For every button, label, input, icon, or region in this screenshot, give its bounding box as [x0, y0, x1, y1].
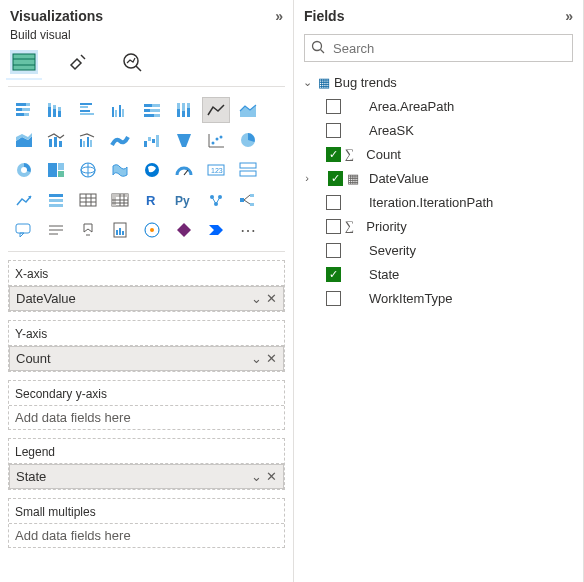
qa-visual-icon[interactable] — [10, 217, 38, 243]
svg-line-93 — [212, 197, 216, 204]
kpi-icon[interactable] — [10, 187, 38, 213]
goals-icon[interactable] — [74, 217, 102, 243]
y-axis-well[interactable]: Y-axis Count ⌄✕ — [8, 320, 285, 372]
field-area-areapath[interactable]: Area.AreaPath — [300, 94, 577, 118]
arcgis-map-icon[interactable] — [138, 217, 166, 243]
svg-marker-112 — [177, 223, 191, 237]
field-iteration-iterationpath[interactable]: Iteration.IterationPath — [300, 190, 577, 214]
multi-row-card-icon[interactable] — [234, 157, 262, 183]
more-visuals-icon[interactable]: ⋯ — [234, 217, 262, 243]
remove-field-icon[interactable]: ✕ — [266, 291, 277, 306]
x-axis-well[interactable]: X-axis DateValue ⌄✕ — [8, 260, 285, 312]
clustered-bar-chart-icon[interactable] — [74, 97, 102, 123]
python-visual-icon[interactable]: Py — [170, 187, 198, 213]
format-visual-tab[interactable] — [64, 50, 92, 74]
svg-line-94 — [216, 197, 220, 204]
checkbox-icon[interactable] — [326, 99, 341, 114]
map-icon[interactable] — [74, 157, 102, 183]
stacked-column-chart-icon[interactable] — [42, 97, 70, 123]
line-stacked-column-chart-icon[interactable] — [42, 127, 70, 153]
field-workitemtype[interactable]: WorkItemType — [300, 286, 577, 310]
chevron-down-icon[interactable]: ⌄ — [251, 291, 262, 306]
checkbox-checked-icon[interactable]: ✓ — [326, 147, 341, 162]
matrix-icon[interactable] — [106, 187, 134, 213]
power-apps-icon[interactable] — [170, 217, 198, 243]
stacked-area-chart-icon[interactable] — [10, 127, 38, 153]
scatter-chart-icon[interactable] — [202, 127, 230, 153]
svg-rect-0 — [13, 54, 35, 70]
hundred-stacked-bar-chart-icon[interactable] — [138, 97, 166, 123]
field-severity[interactable]: Severity — [300, 238, 577, 262]
checkbox-checked-icon[interactable]: ✓ — [326, 267, 341, 282]
legend-well[interactable]: Legend State ⌄✕ — [8, 438, 285, 490]
chevron-down-icon[interactable]: ⌄ — [251, 351, 262, 366]
checkbox-icon[interactable] — [326, 243, 341, 258]
gauge-chart-icon[interactable] — [170, 157, 198, 183]
chevron-down-icon[interactable]: ⌄ — [300, 76, 314, 89]
field-areask[interactable]: AreaSK — [300, 118, 577, 142]
svg-rect-19 — [80, 110, 90, 112]
checkbox-icon[interactable] — [326, 219, 341, 234]
checkbox-icon[interactable] — [326, 123, 341, 138]
funnel-chart-icon[interactable] — [170, 127, 198, 153]
area-chart-icon[interactable] — [234, 97, 262, 123]
search-input[interactable] — [331, 40, 566, 57]
waterfall-chart-icon[interactable] — [138, 127, 166, 153]
chevron-right-icon[interactable]: › — [300, 172, 314, 184]
remove-field-icon[interactable]: ✕ — [266, 469, 277, 484]
field-label: DateValue — [369, 171, 429, 186]
secondary-y-axis-placeholder[interactable]: Add data fields here — [9, 406, 284, 429]
field-label: WorkItemType — [369, 291, 453, 306]
field-priority[interactable]: ∑ Priority — [300, 214, 577, 238]
smart-narrative-icon[interactable] — [42, 217, 70, 243]
table-icon[interactable] — [74, 187, 102, 213]
pie-chart-icon[interactable] — [234, 127, 262, 153]
checkbox-icon[interactable] — [326, 195, 341, 210]
y-axis-value[interactable]: Count — [16, 351, 251, 366]
svg-rect-28 — [150, 109, 160, 112]
secondary-y-axis-label: Secondary y-axis — [9, 381, 284, 406]
svg-rect-75 — [49, 204, 63, 207]
filled-map-icon[interactable] — [106, 157, 134, 183]
slicer-icon[interactable] — [42, 187, 70, 213]
svg-rect-76 — [80, 194, 96, 206]
small-multiples-well[interactable]: Small multiples Add data fields here — [8, 498, 285, 548]
line-chart-icon[interactable] — [202, 97, 230, 123]
legend-value[interactable]: State — [16, 469, 251, 484]
field-count[interactable]: ✓ ∑ Count — [300, 142, 577, 166]
line-clustered-column-chart-icon[interactable] — [74, 127, 102, 153]
r-visual-icon[interactable]: R — [138, 187, 166, 213]
chevron-down-icon[interactable]: ⌄ — [251, 469, 262, 484]
card-icon[interactable]: 123 — [202, 157, 230, 183]
paginated-report-icon[interactable] — [106, 217, 134, 243]
build-visual-tab[interactable] — [10, 50, 38, 74]
treemap-chart-icon[interactable] — [42, 157, 70, 183]
sigma-icon: ∑ — [345, 218, 354, 234]
clustered-column-chart-icon[interactable] — [106, 97, 134, 123]
x-axis-value[interactable]: DateValue — [16, 291, 251, 306]
remove-field-icon[interactable]: ✕ — [266, 351, 277, 366]
collapse-fields-icon[interactable]: » — [565, 8, 573, 24]
svg-rect-44 — [83, 141, 85, 147]
hundred-stacked-column-chart-icon[interactable] — [170, 97, 198, 123]
donut-chart-icon[interactable] — [10, 157, 38, 183]
stacked-bar-chart-icon[interactable] — [10, 97, 38, 123]
secondary-y-axis-well[interactable]: Secondary y-axis Add data fields here — [8, 380, 285, 430]
ribbon-chart-icon[interactable] — [106, 127, 134, 153]
table-bug-trends[interactable]: ⌄ ▦ Bug trends — [300, 70, 577, 94]
checkbox-checked-icon[interactable]: ✓ — [328, 171, 343, 186]
svg-point-114 — [313, 41, 322, 50]
checkbox-icon[interactable] — [326, 291, 341, 306]
fields-search[interactable] — [304, 34, 573, 62]
azure-map-icon[interactable] — [138, 157, 166, 183]
key-influencers-icon[interactable] — [202, 187, 230, 213]
field-datevalue[interactable]: › ✓ ▦ DateValue — [300, 166, 577, 190]
small-multiples-placeholder[interactable]: Add data fields here — [9, 524, 284, 547]
visualizations-title: Visualizations — [10, 8, 103, 24]
decomposition-tree-icon[interactable] — [234, 187, 262, 213]
field-state[interactable]: ✓ State — [300, 262, 577, 286]
power-automate-icon[interactable] — [202, 217, 230, 243]
svg-line-99 — [244, 200, 250, 204]
collapse-visualizations-icon[interactable]: » — [275, 8, 283, 24]
analytics-tab[interactable] — [118, 50, 146, 74]
